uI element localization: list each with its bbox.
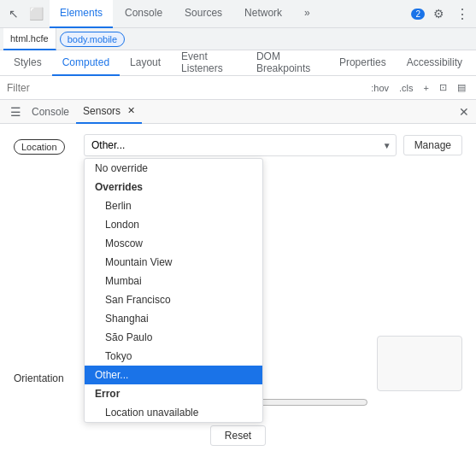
dropdown-item-tokyo[interactable]: Tokyo <box>85 347 262 366</box>
tab-properties[interactable]: Properties <box>329 50 397 76</box>
reset-button[interactable]: Reset <box>210 425 266 446</box>
dropdown-item-san-francisco[interactable]: San Francisco <box>85 290 262 309</box>
device-preview <box>377 336 462 391</box>
location-label: Location <box>14 134 73 155</box>
tab-sources[interactable]: Sources <box>174 0 232 28</box>
settings-icon[interactable]: ⚙ <box>428 3 449 24</box>
dropdown-section-error: Error <box>85 384 262 403</box>
filter-bar: :hov .cls + ⊡ ▤ <box>0 76 476 100</box>
drawer-menu-icon[interactable]: ☰ <box>7 105 25 119</box>
toolbar-icons: ↖ ⬜ <box>3 3 46 24</box>
drawer-header: ☰ Console Sensors ✕ ✕ <box>0 100 476 124</box>
location-controls: Other... ▼ No override Overrides Berlin … <box>84 134 462 156</box>
dropdown-item-london[interactable]: London <box>85 215 262 234</box>
tab-dom-breakpoints[interactable]: DOM Breakpoints <box>246 50 329 76</box>
location-dropdown-wrapper: Other... ▼ No override Overrides Berlin … <box>84 134 397 156</box>
dropdown-item-sao-paulo[interactable]: São Paulo <box>85 328 262 347</box>
location-dropdown-popup: No override Overrides Berlin London Mosc… <box>84 158 263 423</box>
dropdown-section-overrides: Overrides <box>85 178 262 196</box>
drawer-tab-sensors[interactable]: Sensors ✕ <box>76 100 142 124</box>
notification-badge: 2 <box>411 9 425 20</box>
dropdown-item-berlin[interactable]: Berlin <box>85 196 262 215</box>
orientation-label: Orientation <box>14 372 73 384</box>
top-toolbar: ↖ ⬜ Elements Console Sources Network » 2… <box>0 0 476 28</box>
cls-button[interactable]: .cls <box>396 81 417 95</box>
file-tabs: html.hcfe body.mobile <box>0 28 476 50</box>
drawer-tab-console[interactable]: Console <box>25 100 76 124</box>
tab-event-listeners[interactable]: Event Listeners <box>171 50 246 76</box>
dropdown-item-location-unavailable[interactable]: Location unavailable <box>85 403 262 422</box>
toolbar-right: 2 ⚙ ⋮ <box>411 3 473 24</box>
more-options-icon[interactable]: ⋮ <box>452 3 473 24</box>
sensors-content: Location Other... ▼ No override Override… <box>0 124 476 451</box>
sensors-tab-close[interactable]: ✕ <box>127 105 135 116</box>
dropdown-item-moscow[interactable]: Moscow <box>85 234 262 253</box>
tab-elements[interactable]: Elements <box>50 0 113 28</box>
manage-button[interactable]: Manage <box>403 135 462 155</box>
hov-button[interactable]: :hov <box>367 81 392 95</box>
add-style-icon[interactable]: + <box>420 81 432 95</box>
tab-console[interactable]: Console <box>115 0 173 28</box>
dropdown-item-shanghai[interactable]: Shanghai <box>85 309 262 328</box>
tab-computed[interactable]: Computed <box>52 50 120 76</box>
device-icon[interactable]: ⬜ <box>26 3 46 24</box>
inspect-icon[interactable]: ↖ <box>3 3 24 24</box>
file-tab-html[interactable]: html.hcfe <box>3 28 56 50</box>
tab-styles[interactable]: Styles <box>3 50 52 76</box>
location-select[interactable]: Other... <box>84 134 397 156</box>
filter-input[interactable] <box>7 82 361 94</box>
tab-more[interactable]: » <box>294 0 320 28</box>
dropdown-item-mountain-view[interactable]: Mountain View <box>85 253 262 272</box>
panel-tabs: Styles Computed Layout Event Listeners D… <box>0 50 476 76</box>
bottom-panel: ☰ Console Sensors ✕ ✕ Location Other... … <box>0 100 476 451</box>
computed-sidebar-icon[interactable]: ▤ <box>454 80 469 95</box>
drawer-close-icon[interactable]: ✕ <box>459 105 469 119</box>
dropdown-item-other[interactable]: Other... <box>85 366 262 384</box>
dropdown-item-no-override[interactable]: No override <box>85 159 262 178</box>
location-row: Location Other... ▼ No override Override… <box>14 134 462 156</box>
file-tab-mobile[interactable]: body.mobile <box>60 32 126 47</box>
filter-actions: :hov .cls + ⊡ ▤ <box>367 80 469 95</box>
tab-accessibility[interactable]: Accessibility <box>397 50 473 76</box>
main-tab-bar: Elements Console Sources Network » <box>50 0 411 28</box>
tab-network[interactable]: Network <box>234 0 292 28</box>
tab-layout[interactable]: Layout <box>120 50 171 76</box>
inspect-computed-icon[interactable]: ⊡ <box>436 80 450 95</box>
dropdown-item-mumbai[interactable]: Mumbai <box>85 272 262 290</box>
